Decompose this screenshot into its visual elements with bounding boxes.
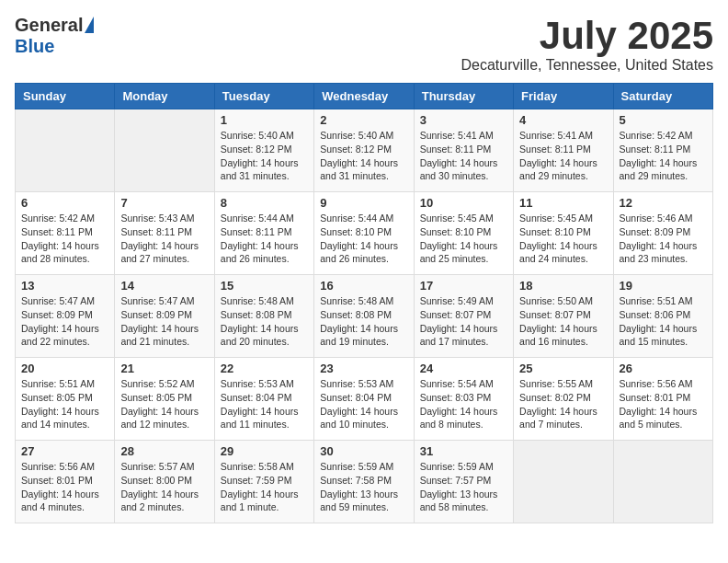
day-info: Sunrise: 5:56 AM Sunset: 8:01 PM Dayligh… — [21, 460, 108, 514]
calendar-cell: 16Sunrise: 5:48 AM Sunset: 8:08 PM Dayli… — [314, 275, 414, 358]
calendar-cell: 31Sunrise: 5:59 AM Sunset: 7:57 PM Dayli… — [414, 441, 513, 523]
calendar-cell: 18Sunrise: 5:50 AM Sunset: 8:07 PM Dayli… — [514, 275, 613, 358]
day-number: 20 — [21, 362, 108, 375]
day-info: Sunrise: 5:42 AM Sunset: 8:11 PM Dayligh… — [21, 212, 108, 266]
day-number: 11 — [519, 196, 607, 210]
location-text: Decaturville, Tennessee, United States — [461, 57, 713, 74]
day-info: Sunrise: 5:59 AM Sunset: 7:57 PM Dayligh… — [420, 460, 507, 514]
logo: General Blue — [15, 15, 94, 57]
calendar-cell: 17Sunrise: 5:49 AM Sunset: 8:07 PM Dayli… — [414, 275, 513, 358]
logo-general-text: General — [15, 15, 83, 36]
calendar-cell: 11Sunrise: 5:45 AM Sunset: 8:10 PM Dayli… — [514, 192, 613, 275]
calendar-cell — [16, 109, 115, 192]
month-title: July 2025 — [461, 15, 713, 57]
weekday-header-friday: Friday — [514, 84, 613, 109]
day-info: Sunrise: 5:40 AM Sunset: 8:12 PM Dayligh… — [221, 129, 308, 183]
calendar-cell — [514, 441, 613, 523]
calendar-cell: 12Sunrise: 5:46 AM Sunset: 8:09 PM Dayli… — [613, 192, 712, 275]
day-info: Sunrise: 5:49 AM Sunset: 8:07 PM Dayligh… — [420, 294, 507, 349]
calendar-cell: 30Sunrise: 5:59 AM Sunset: 7:58 PM Dayli… — [314, 441, 414, 523]
day-number: 21 — [120, 362, 208, 375]
day-number: 12 — [620, 196, 707, 210]
day-number: 24 — [420, 362, 507, 375]
weekday-header-sunday: Sunday — [16, 84, 115, 109]
day-number: 3 — [420, 113, 507, 127]
day-info: Sunrise: 5:48 AM Sunset: 8:08 PM Dayligh… — [221, 294, 308, 349]
day-number: 22 — [221, 362, 308, 375]
day-number: 9 — [320, 196, 407, 210]
day-info: Sunrise: 5:51 AM Sunset: 8:06 PM Dayligh… — [620, 294, 707, 349]
day-info: Sunrise: 5:46 AM Sunset: 8:09 PM Dayligh… — [620, 212, 707, 266]
calendar-cell: 27Sunrise: 5:56 AM Sunset: 8:01 PM Dayli… — [16, 441, 115, 523]
calendar-cell: 1Sunrise: 5:40 AM Sunset: 8:12 PM Daylig… — [214, 109, 313, 192]
calendar-cell: 10Sunrise: 5:45 AM Sunset: 8:10 PM Dayli… — [414, 192, 513, 275]
calendar-cell: 6Sunrise: 5:42 AM Sunset: 8:11 PM Daylig… — [16, 192, 115, 275]
weekday-header-tuesday: Tuesday — [214, 84, 313, 109]
calendar-cell: 15Sunrise: 5:48 AM Sunset: 8:08 PM Dayli… — [214, 275, 313, 358]
day-number: 28 — [120, 444, 208, 458]
calendar-table: SundayMondayTuesdayWednesdayThursdayFrid… — [15, 83, 713, 523]
calendar-cell: 28Sunrise: 5:57 AM Sunset: 8:00 PM Dayli… — [115, 441, 214, 523]
day-info: Sunrise: 5:40 AM Sunset: 8:12 PM Dayligh… — [320, 129, 407, 183]
page-header: General Blue July 2025 Decaturville, Ten… — [15, 15, 713, 74]
calendar-cell: 21Sunrise: 5:52 AM Sunset: 8:05 PM Dayli… — [115, 358, 214, 441]
day-number: 5 — [620, 113, 707, 127]
day-number: 4 — [519, 113, 607, 127]
day-info: Sunrise: 5:54 AM Sunset: 8:03 PM Dayligh… — [420, 377, 507, 431]
calendar-cell: 3Sunrise: 5:41 AM Sunset: 8:11 PM Daylig… — [414, 109, 513, 192]
calendar-cell: 13Sunrise: 5:47 AM Sunset: 8:09 PM Dayli… — [16, 275, 115, 358]
day-number: 13 — [21, 279, 108, 293]
logo-icon — [85, 17, 94, 33]
calendar-week-5: 27Sunrise: 5:56 AM Sunset: 8:01 PM Dayli… — [16, 441, 713, 523]
day-number: 14 — [120, 279, 208, 293]
weekday-header-monday: Monday — [115, 84, 214, 109]
day-number: 26 — [620, 362, 707, 375]
day-info: Sunrise: 5:47 AM Sunset: 8:09 PM Dayligh… — [120, 294, 208, 349]
logo-blue-text: Blue — [15, 36, 54, 57]
day-info: Sunrise: 5:53 AM Sunset: 8:04 PM Dayligh… — [320, 377, 407, 431]
calendar-cell — [115, 109, 214, 192]
day-info: Sunrise: 5:41 AM Sunset: 8:11 PM Dayligh… — [420, 129, 507, 183]
calendar-week-3: 13Sunrise: 5:47 AM Sunset: 8:09 PM Dayli… — [16, 275, 713, 358]
calendar-cell: 20Sunrise: 5:51 AM Sunset: 8:05 PM Dayli… — [16, 358, 115, 441]
day-info: Sunrise: 5:45 AM Sunset: 8:10 PM Dayligh… — [519, 212, 607, 266]
day-info: Sunrise: 5:44 AM Sunset: 8:11 PM Dayligh… — [221, 212, 308, 266]
day-info: Sunrise: 5:55 AM Sunset: 8:02 PM Dayligh… — [519, 377, 607, 431]
title-section: July 2025 Decaturville, Tennessee, Unite… — [461, 15, 713, 74]
day-number: 6 — [21, 196, 108, 210]
day-info: Sunrise: 5:57 AM Sunset: 8:00 PM Dayligh… — [120, 460, 208, 514]
calendar-cell: 19Sunrise: 5:51 AM Sunset: 8:06 PM Dayli… — [613, 275, 712, 358]
day-info: Sunrise: 5:45 AM Sunset: 8:10 PM Dayligh… — [420, 212, 507, 266]
calendar-cell: 4Sunrise: 5:41 AM Sunset: 8:11 PM Daylig… — [514, 109, 613, 192]
day-info: Sunrise: 5:53 AM Sunset: 8:04 PM Dayligh… — [221, 377, 308, 431]
day-info: Sunrise: 5:48 AM Sunset: 8:08 PM Dayligh… — [320, 294, 407, 349]
day-info: Sunrise: 5:47 AM Sunset: 8:09 PM Dayligh… — [21, 294, 108, 349]
day-info: Sunrise: 5:51 AM Sunset: 8:05 PM Dayligh… — [21, 377, 108, 431]
calendar-cell — [613, 441, 712, 523]
calendar-week-4: 20Sunrise: 5:51 AM Sunset: 8:05 PM Dayli… — [16, 358, 713, 441]
day-info: Sunrise: 5:44 AM Sunset: 8:10 PM Dayligh… — [320, 212, 407, 266]
day-number: 8 — [221, 196, 308, 210]
day-number: 30 — [320, 444, 407, 458]
calendar-cell: 29Sunrise: 5:58 AM Sunset: 7:59 PM Dayli… — [214, 441, 313, 523]
day-info: Sunrise: 5:52 AM Sunset: 8:05 PM Dayligh… — [120, 377, 208, 431]
day-number: 29 — [221, 444, 308, 458]
calendar-cell: 8Sunrise: 5:44 AM Sunset: 8:11 PM Daylig… — [214, 192, 313, 275]
calendar-week-1: 1Sunrise: 5:40 AM Sunset: 8:12 PM Daylig… — [16, 109, 713, 192]
weekday-header-thursday: Thursday — [414, 84, 513, 109]
calendar-cell: 9Sunrise: 5:44 AM Sunset: 8:10 PM Daylig… — [314, 192, 414, 275]
day-info: Sunrise: 5:41 AM Sunset: 8:11 PM Dayligh… — [519, 129, 607, 183]
weekday-header-row: SundayMondayTuesdayWednesdayThursdayFrid… — [16, 84, 713, 109]
calendar-cell: 24Sunrise: 5:54 AM Sunset: 8:03 PM Dayli… — [414, 358, 513, 441]
day-number: 17 — [420, 279, 507, 293]
calendar-cell: 26Sunrise: 5:56 AM Sunset: 8:01 PM Dayli… — [613, 358, 712, 441]
day-info: Sunrise: 5:50 AM Sunset: 8:07 PM Dayligh… — [519, 294, 607, 349]
calendar-week-2: 6Sunrise: 5:42 AM Sunset: 8:11 PM Daylig… — [16, 192, 713, 275]
calendar-cell: 2Sunrise: 5:40 AM Sunset: 8:12 PM Daylig… — [314, 109, 414, 192]
calendar-cell: 14Sunrise: 5:47 AM Sunset: 8:09 PM Dayli… — [115, 275, 214, 358]
day-info: Sunrise: 5:56 AM Sunset: 8:01 PM Dayligh… — [620, 377, 707, 431]
day-number: 16 — [320, 279, 407, 293]
day-number: 23 — [320, 362, 407, 375]
weekday-header-wednesday: Wednesday — [314, 84, 414, 109]
day-number: 27 — [21, 444, 108, 458]
